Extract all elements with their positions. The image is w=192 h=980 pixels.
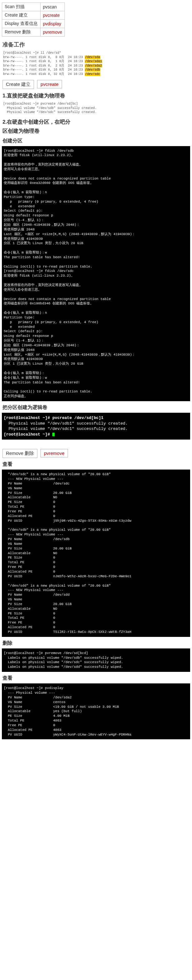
cmd-value: pvdisplay [40,20,65,28]
cmd-name: Display 查看信息 [2,20,41,28]
pvcreate2-terminal: [root@localhost ~]# pvcreate /dev/sd[bc]… [2,413,190,439]
delete-title: 删除 [3,640,189,647]
table-row: Create 建立pvcreate [2,11,65,20]
cmd-name: Create 建立 [2,11,41,20]
create-fdisk-title: 创建分区 [3,138,189,144]
pvdisplay-new-terminal: "/dev/sdc" is a new physical volume of "… [2,469,190,637]
remove-box-cmd: pvremove [41,449,68,457]
view2-title: 查看 [3,675,189,681]
cmd-value: pvscan [40,3,65,11]
section-prep: 准备工作 [3,41,189,48]
cmd-name: Remove 删除 [2,28,41,37]
create-box-label: Create 建立 [3,80,34,89]
pvdisplay-after-terminal: [root@localhost ~]# pvdisplay --- Physic… [2,683,190,739]
remove-box-row: Remove 删除 pvremove [3,449,189,458]
cmd-name: Scan 扫描 [2,3,41,11]
create-sub2a: 2.在硬盘中创建分区，在吧分 [3,118,189,126]
table-row: Display 查看信息pvdisplay [2,20,65,28]
remove-box-label: Remove 删除 [3,449,38,458]
view-title: 查看 [3,461,189,468]
create-box-cmd: pvcreate [37,80,62,88]
fdisk-terminal: [root@localhost ~]# fdisk /dev/sdb 欢迎使用 … [2,146,190,401]
pv-command-table: Scan 扫描pvscanCreate 建立pvcreateDisplay 查看… [2,3,65,37]
table-row: Scan 扫描pvscan [2,3,65,11]
cmd-value: pvcreate [40,11,65,20]
pvremove-terminal: [root@localhost ~]# pvremove /dev/sd[bcd… [2,648,190,672]
pvcreate-output: [root@localhost ~]# pvcreate /dev/sd[bc]… [2,101,190,115]
cursor-icon [52,433,55,436]
cmd-value: pvremove [40,28,65,37]
create-sub1: 1.直接把硬盘创建为物理卷 [3,92,189,99]
create-lv-title: 把分区创建为逻辑卷 [3,404,189,411]
create-box-row: Create 建立 pvcreate [3,80,189,89]
create-sub2b: 区创建为物理卷 [3,127,189,135]
ll-output: [root@localhost ~]# ll /dev/sd* brw-rw--… [2,50,190,77]
table-row: Remove 删除pvremove [2,28,65,37]
